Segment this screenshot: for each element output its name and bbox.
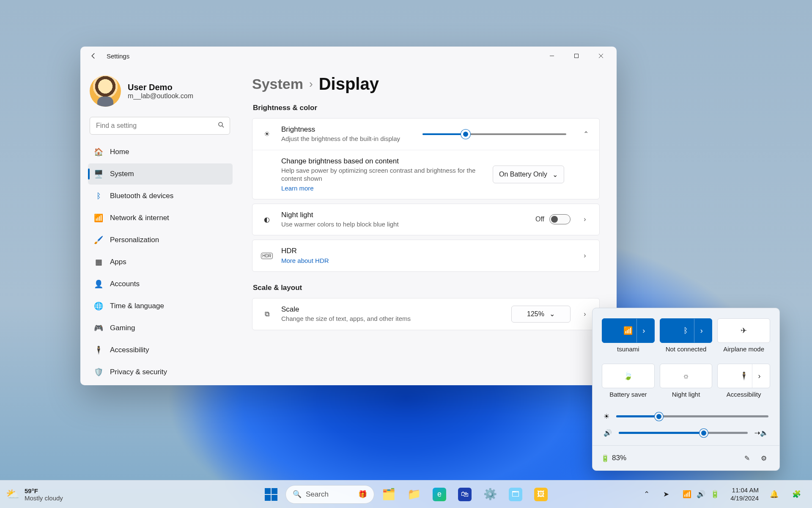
qs-volume-slider[interactable] xyxy=(619,432,748,434)
tray-quick-settings[interactable]: 📶 🔊 🔋 xyxy=(678,487,724,501)
taskbar: ⛅ 59°F Mostly cloudy 🔍 Search 🎁 🗂️ 📁 e 🛍… xyxy=(0,480,812,508)
main-content[interactable]: System › Display Brightness & color ☀ Br… xyxy=(238,65,617,385)
nav-list: 🏠Home 🖥️System ᛒBluetooth & devices 📶Net… xyxy=(88,141,233,383)
nav-item-system[interactable]: 🖥️System xyxy=(88,163,233,185)
qs-tile-bluetooth[interactable]: ᛒ › xyxy=(660,318,713,343)
scale-dropdown[interactable]: 125% ⌄ xyxy=(511,306,571,323)
brightness-title: Brightness xyxy=(281,125,414,134)
app2-button[interactable]: 🖼 xyxy=(530,483,552,505)
app-icon: 🖼 xyxy=(534,488,548,501)
qs-battery-saver-label: Battery saver xyxy=(602,391,655,398)
hdr-card[interactable]: HDR HDR More about HDR › xyxy=(252,240,600,272)
nav-item-accounts[interactable]: 👤Accounts xyxy=(88,273,233,295)
settings-taskbar-button[interactable]: ⚙️ xyxy=(479,483,501,505)
qs-tile-airplane[interactable]: ✈ xyxy=(717,318,770,343)
app-icon: 🗔 xyxy=(509,488,522,501)
hdr-title: HDR xyxy=(281,247,571,255)
qs-settings-button[interactable]: ⚙ xyxy=(757,451,771,465)
night-light-toggle[interactable] xyxy=(549,214,571,224)
nav-label: Network & internet xyxy=(110,214,169,222)
qs-bluetooth-expand[interactable]: › xyxy=(694,319,708,342)
audio-output-button[interactable]: ⇢🔈 xyxy=(754,429,768,437)
expand-brightness-button[interactable]: ⌃ xyxy=(581,130,591,138)
close-button[interactable] xyxy=(589,47,613,64)
qs-tile-wifi[interactable]: 📶 › xyxy=(602,318,655,343)
nav-item-privacy[interactable]: 🛡️Privacy & security xyxy=(88,362,233,383)
nav-item-network[interactable]: 📶Network & internet xyxy=(88,207,233,229)
search-decoration-icon: 🎁 xyxy=(358,490,367,499)
qs-tile-battery-saver[interactable]: 🍃 xyxy=(602,364,655,388)
scale-card[interactable]: ⧉ Scale Change the size of text, apps, a… xyxy=(252,298,600,330)
content-brightness-dropdown[interactable]: On Battery Only ⌄ xyxy=(493,166,564,183)
nav-label: Home xyxy=(110,148,129,156)
night-light-title: Night light xyxy=(281,211,527,219)
content-brightness-subtitle: Help save power by optimizing screen con… xyxy=(281,166,484,183)
qs-accessibility-expand[interactable]: › xyxy=(752,364,766,388)
qs-wifi-expand[interactable]: › xyxy=(636,319,651,342)
nav-label: System xyxy=(110,170,134,178)
user-account-row[interactable]: User Demo m__lab@outlook.com xyxy=(88,72,233,114)
nav-label: Privacy & security xyxy=(110,368,167,376)
nav-item-apps[interactable]: ▦Apps xyxy=(88,251,233,273)
store-button[interactable]: 🛍 xyxy=(454,483,476,505)
hdr-link[interactable]: More about HDR xyxy=(281,257,329,264)
qs-brightness-slider[interactable] xyxy=(616,415,768,417)
clock-date: 4/19/2024 xyxy=(730,494,759,502)
scale-title: Scale xyxy=(281,305,503,314)
accessibility-icon: 🕴️ xyxy=(94,345,103,355)
tray-location[interactable]: ➤ xyxy=(658,487,674,501)
task-view-button[interactable]: 🗂️ xyxy=(378,483,400,505)
sun-icon: ☀ xyxy=(261,130,273,138)
svg-line-3 xyxy=(222,126,224,127)
taskbar-weather[interactable]: ⛅ 59°F Mostly cloudy xyxy=(6,487,63,502)
nav-item-bluetooth[interactable]: ᛒBluetooth & devices xyxy=(88,185,233,207)
svg-point-2 xyxy=(219,122,222,126)
hdr-chevron[interactable]: › xyxy=(579,252,591,260)
breadcrumb-parent[interactable]: System xyxy=(252,76,303,92)
volume-icon: 🔊 xyxy=(604,429,612,437)
app1-button[interactable]: 🗔 xyxy=(505,483,527,505)
notifications-button[interactable]: 🔔 xyxy=(765,487,784,501)
minimize-button[interactable] xyxy=(540,47,564,64)
maximize-button[interactable] xyxy=(564,47,589,64)
window-title: Settings xyxy=(107,52,129,60)
tray-app[interactable]: 🧩 xyxy=(787,487,806,501)
taskbar-clock[interactable]: 11:04 AM 4/19/2024 xyxy=(728,486,761,502)
nav-label: Time & language xyxy=(110,302,164,310)
nav-item-accessibility[interactable]: 🕴️Accessibility xyxy=(88,340,233,361)
system-icon: 🖥️ xyxy=(94,169,103,179)
qs-tile-night-light[interactable]: ☼ xyxy=(660,364,713,388)
bluetooth-icon: ᛒ xyxy=(683,326,688,335)
nav-item-home[interactable]: 🏠Home xyxy=(88,141,233,163)
qs-tile-accessibility[interactable]: 🕴 › xyxy=(717,364,770,388)
learn-more-link[interactable]: Learn more xyxy=(281,185,314,192)
content-brightness-title: Change brightness based on content xyxy=(281,157,484,166)
brightness-slider[interactable] xyxy=(422,133,566,135)
search-input[interactable] xyxy=(90,117,230,135)
location-icon: ➤ xyxy=(663,490,669,499)
nav-item-personalization[interactable]: 🖌️Personalization xyxy=(88,229,233,251)
qs-bluetooth-label: Not connected xyxy=(660,345,713,353)
taskbar-center: 🔍 Search 🎁 🗂️ 📁 e 🛍 ⚙️ 🗔 🖼 xyxy=(260,483,552,505)
edge-button[interactable]: e xyxy=(428,483,450,505)
taskbar-search[interactable]: 🔍 Search 🎁 xyxy=(285,485,374,504)
start-button[interactable] xyxy=(260,483,282,505)
nav-item-time[interactable]: 🌐Time & language xyxy=(88,295,233,317)
content-brightness-row: Change brightness based on content Help … xyxy=(252,150,599,199)
dropdown-value: 125% xyxy=(527,310,544,318)
folder-icon: 📁 xyxy=(407,488,421,501)
nav-label: Bluetooth & devices xyxy=(110,192,173,200)
file-explorer-button[interactable]: 📁 xyxy=(403,483,425,505)
night-light-card[interactable]: ◐ Night light Use warmer colors to help … xyxy=(252,204,600,236)
clock-time: 11:04 AM xyxy=(730,486,759,494)
scale-chevron[interactable]: › xyxy=(579,310,591,318)
home-icon: 🏠 xyxy=(94,147,103,157)
svg-rect-1 xyxy=(575,54,579,58)
breadcrumb: System › Display xyxy=(252,75,600,94)
qs-airplane-label: Airplane mode xyxy=(717,345,770,353)
nav-item-gaming[interactable]: 🎮Gaming xyxy=(88,318,233,339)
qs-edit-button[interactable]: ✎ xyxy=(740,451,754,465)
night-light-chevron[interactable]: › xyxy=(579,215,591,223)
back-button[interactable] xyxy=(86,49,101,63)
tray-overflow[interactable]: ⌃ xyxy=(639,487,655,501)
